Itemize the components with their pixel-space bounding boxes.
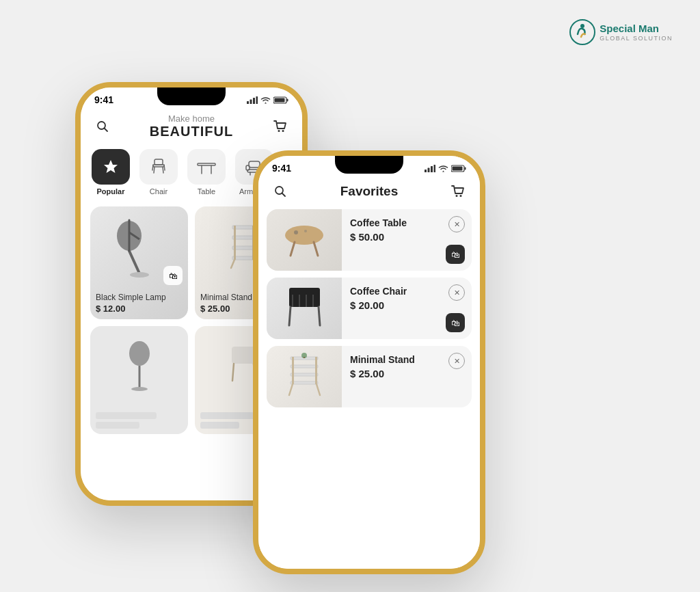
svg-point-44 <box>131 387 148 391</box>
svg-line-10 <box>105 129 108 132</box>
home-title-main: BEAUTIFUL <box>112 124 271 139</box>
p3-info <box>90 408 188 434</box>
svg-point-0 <box>570 20 595 44</box>
svg-rect-8 <box>275 98 285 102</box>
search-button-fav[interactable] <box>271 182 290 201</box>
lamp-svg <box>116 212 163 284</box>
svg-point-63 <box>304 230 307 232</box>
svg-rect-7 <box>287 98 288 101</box>
remove-coffee-table-btn[interactable]: ✕ <box>448 216 465 232</box>
favorites-screen: 9:41 <box>258 156 480 569</box>
svg-rect-36 <box>232 246 256 250</box>
category-chair[interactable]: Chair <box>138 149 179 196</box>
chair-label: Chair <box>150 187 167 196</box>
home-subtitle: Make home <box>112 113 271 124</box>
phone-favorites: 9:41 <box>253 150 485 574</box>
cart-coffee-table-btn[interactable]: 🛍 <box>446 245 465 264</box>
brand-name: Special Man <box>600 23 673 35</box>
svg-marker-13 <box>104 160 118 173</box>
minimal-stand-visual <box>267 346 342 407</box>
svg-rect-14 <box>154 159 163 165</box>
cart-button-fav[interactable] <box>448 182 468 201</box>
svg-rect-3 <box>250 99 252 104</box>
fav-item-coffee-table[interactable]: Coffee Table $ 50.00 ✕ 🛍 <box>267 209 472 271</box>
svg-rect-64 <box>289 288 320 307</box>
svg-point-1 <box>580 24 584 28</box>
p3-svg <box>119 333 160 401</box>
p3-name <box>96 412 157 419</box>
product-card-p3[interactable] <box>90 326 188 434</box>
svg-rect-38 <box>234 226 236 260</box>
svg-point-58 <box>460 195 462 197</box>
svg-rect-48 <box>425 170 427 172</box>
product-card-lamp[interactable]: 🛍 Black Simple Lamp $ 12.00 <box>90 206 188 319</box>
remove-minimal-stand-btn[interactable]: ✕ <box>448 353 465 369</box>
svg-rect-4 <box>253 98 255 104</box>
svg-point-12 <box>282 130 284 132</box>
favorites-header: Favorites <box>258 176 480 205</box>
lamp-price: $ 12.00 <box>96 304 183 314</box>
svg-line-61 <box>314 242 318 256</box>
svg-rect-49 <box>428 167 430 172</box>
p3-visual <box>90 326 188 408</box>
coffee-chair-price: $ 20.00 <box>350 299 466 311</box>
svg-line-40 <box>231 260 234 268</box>
status-time-fav: 9:41 <box>272 163 291 174</box>
svg-rect-73 <box>291 373 318 376</box>
svg-line-56 <box>282 193 286 197</box>
stand-fav-svg <box>275 351 334 403</box>
svg-rect-54 <box>453 166 463 170</box>
svg-line-16 <box>154 167 154 173</box>
svg-point-11 <box>278 130 280 132</box>
svg-line-18 <box>152 165 153 170</box>
signal-icon <box>247 96 258 104</box>
star-icon <box>103 159 119 175</box>
home-header: Make home BEAUTIFUL <box>81 108 302 144</box>
cart-coffee-chair-btn[interactable]: 🛍 <box>446 313 465 332</box>
svg-rect-34 <box>232 226 256 229</box>
svg-rect-76 <box>315 357 317 384</box>
fav-item-minimal-stand[interactable]: Minimal Stand $ 25.00 ✕ <box>267 346 472 407</box>
coffee-chair-svg <box>275 281 334 336</box>
brand-subtitle: Global Solution <box>600 35 673 42</box>
svg-point-31 <box>130 272 149 278</box>
svg-rect-51 <box>434 165 436 172</box>
search-icon-fav <box>274 185 286 198</box>
p3-price <box>96 422 139 429</box>
p4-name <box>200 412 257 419</box>
svg-point-57 <box>456 195 458 197</box>
brand-logo: Special Man Global Solution <box>569 19 673 45</box>
svg-line-17 <box>163 167 163 173</box>
wifi-icon <box>260 96 271 104</box>
svg-point-59 <box>285 226 323 245</box>
category-popular[interactable]: Popular <box>90 149 131 196</box>
brand-name-container: Special Man Global Solution <box>600 23 673 42</box>
lamp-info: Black Simple Lamp $ 12.00 <box>90 288 188 319</box>
svg-point-62 <box>294 230 298 234</box>
svg-rect-35 <box>232 236 256 239</box>
svg-point-42 <box>129 341 150 366</box>
lamp-name: Black Simple Lamp <box>96 293 183 302</box>
svg-rect-53 <box>465 167 466 170</box>
chair-icon-box <box>139 149 178 185</box>
svg-line-60 <box>291 242 295 256</box>
popular-icon-box <box>92 149 130 185</box>
svg-line-30 <box>129 251 139 273</box>
svg-rect-75 <box>292 357 294 384</box>
favorites-list: Coffee Table $ 50.00 ✕ 🛍 <box>258 205 480 412</box>
lamp-cart-btn[interactable]: 🛍 <box>163 266 183 285</box>
coffee-table-price: $ 50.00 <box>350 231 466 243</box>
svg-rect-20 <box>198 163 215 165</box>
category-table[interactable]: Table <box>186 149 227 196</box>
cart-button-home[interactable] <box>271 117 290 136</box>
notch-fav <box>335 156 403 174</box>
signal-icon-fav <box>425 165 435 172</box>
svg-line-66 <box>319 307 320 325</box>
coffee-table-svg <box>275 216 334 264</box>
table-label: Table <box>198 187 215 196</box>
remove-coffee-chair-btn[interactable]: ✕ <box>448 284 465 301</box>
battery-icon <box>273 96 288 104</box>
cart-icon-fav <box>451 185 465 198</box>
search-button-home[interactable] <box>93 117 112 136</box>
fav-item-coffee-chair[interactable]: Coffee Chair $ 20.00 ✕ 🛍 <box>267 278 472 339</box>
